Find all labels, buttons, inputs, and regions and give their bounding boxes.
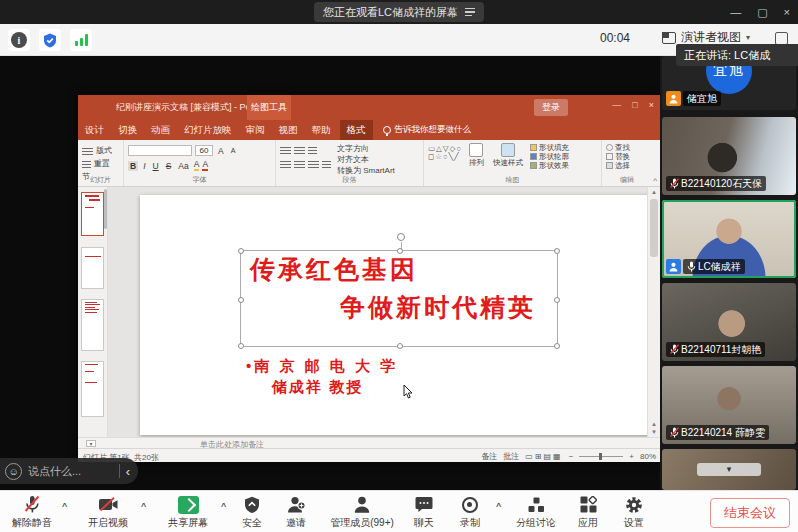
slide-thumbnail-1[interactable] bbox=[81, 192, 104, 236]
comments-toggle-button[interactable]: 批注 bbox=[503, 451, 519, 462]
participant-tile[interactable]: B22140120石天保 bbox=[662, 117, 796, 195]
align-left-icon[interactable] bbox=[280, 159, 291, 168]
network-signal-icon[interactable] bbox=[70, 29, 92, 51]
font-color-button[interactable]: A bbox=[202, 160, 208, 171]
participant-tile-active-speaker[interactable]: LC储成祥 bbox=[662, 200, 796, 278]
ribbon-collapse-chevron-icon[interactable]: ^ bbox=[653, 176, 657, 185]
chevron-left-icon[interactable]: ‹ bbox=[126, 464, 132, 479]
text-direction-button[interactable]: 文字方向 bbox=[337, 143, 395, 154]
scroll-more-chevron-icon[interactable]: ▾ bbox=[697, 463, 761, 476]
tab-transitions[interactable]: 切换 bbox=[111, 120, 144, 140]
resize-handle[interactable] bbox=[397, 343, 403, 349]
tab-review[interactable]: 审阅 bbox=[239, 120, 272, 140]
participant-tile[interactable]: B22140711封朝艳 bbox=[662, 283, 796, 361]
highlight-color-button[interactable]: A bbox=[194, 160, 200, 171]
shapes-gallery-row2[interactable]: ◻☆○╲╱ bbox=[428, 153, 462, 161]
notes-pane[interactable]: ▾ 单击此处添加备注 bbox=[78, 437, 660, 448]
scrollbar-thumb[interactable] bbox=[650, 199, 658, 257]
grow-font-button[interactable]: A bbox=[216, 146, 226, 156]
security-shield-icon[interactable] bbox=[39, 29, 61, 51]
scroll-up-icon[interactable]: ▴ bbox=[648, 188, 660, 196]
ppt-minimize-button[interactable]: — bbox=[612, 100, 621, 110]
slide-thumbnail-2[interactable] bbox=[81, 247, 104, 289]
window-minimize-button[interactable]: — bbox=[730, 6, 741, 18]
notes-splitter-handle[interactable]: ▾ bbox=[86, 440, 96, 447]
font-size-combobox[interactable]: 60 bbox=[195, 145, 213, 156]
view-mode-icons[interactable]: ▭⊞▤▦ bbox=[525, 452, 562, 461]
underline-button[interactable]: U bbox=[151, 161, 161, 171]
watching-banner[interactable]: 您正在观看LC储成祥的屏幕 bbox=[314, 2, 484, 22]
tab-view[interactable]: 视图 bbox=[272, 120, 305, 140]
reset-button[interactable]: 重置 bbox=[94, 158, 110, 169]
invite-button[interactable]: 邀请 bbox=[276, 495, 316, 530]
shrink-font-button[interactable]: A bbox=[229, 147, 238, 154]
select-button[interactable]: 选择 bbox=[606, 161, 648, 170]
ppt-close-button[interactable]: × bbox=[649, 100, 654, 110]
banner-menu-icon[interactable] bbox=[465, 8, 475, 17]
resize-handle[interactable] bbox=[554, 343, 560, 349]
notes-toggle-button[interactable]: 备注 bbox=[481, 451, 497, 462]
zoom-slider-thumb[interactable] bbox=[599, 453, 602, 460]
tab-help[interactable]: 帮助 bbox=[305, 120, 338, 140]
mic-options-chevron[interactable]: ^ bbox=[62, 501, 67, 511]
participant-tile-partial[interactable]: ▾ bbox=[662, 449, 796, 490]
font-name-combobox[interactable] bbox=[128, 145, 192, 156]
resize-handle[interactable] bbox=[554, 297, 560, 303]
indent-icon[interactable] bbox=[308, 145, 317, 154]
tab-format[interactable]: 格式 bbox=[340, 120, 373, 140]
layout-button[interactable]: 版式 bbox=[96, 145, 112, 156]
apps-button[interactable]: 应用 bbox=[568, 495, 608, 530]
line-spacing-icon[interactable] bbox=[322, 159, 331, 168]
italic-button[interactable]: I bbox=[141, 161, 147, 171]
slide-vertical-scrollbar[interactable]: ▴ ▴▾ bbox=[647, 187, 660, 437]
scroll-down-icon[interactable]: ▴▾ bbox=[648, 420, 660, 436]
shape-fill-button[interactable]: 形状填充 bbox=[530, 143, 569, 152]
participant-tile[interactable]: B22140214 薛静雯 bbox=[662, 366, 796, 444]
find-button[interactable]: 查找 bbox=[606, 143, 648, 152]
align-text-button[interactable]: 对齐文本 bbox=[337, 154, 395, 165]
resize-handle[interactable] bbox=[238, 343, 244, 349]
slide-thumbnail-4[interactable] bbox=[81, 361, 104, 417]
ppt-maximize-button[interactable]: □ bbox=[632, 100, 637, 110]
case-button[interactable]: Aa bbox=[176, 161, 190, 171]
strikethrough-button[interactable]: S bbox=[164, 161, 174, 171]
tab-design[interactable]: 设计 bbox=[78, 120, 111, 140]
bold-button[interactable]: B bbox=[128, 161, 138, 171]
quick-styles-button[interactable]: 快速样式 bbox=[491, 143, 525, 168]
thumbnail-scrollbar[interactable] bbox=[104, 189, 107, 229]
share-screen-button[interactable]: 共享屏幕 bbox=[160, 495, 216, 530]
tell-me-search[interactable]: 告诉我你想要做什么 bbox=[383, 124, 472, 136]
window-maximize-button[interactable]: ▢ bbox=[757, 6, 767, 19]
settings-button[interactable]: 设置 bbox=[614, 495, 654, 530]
start-video-button[interactable]: 开启视频 bbox=[80, 495, 136, 530]
chat-button[interactable]: 聊天 bbox=[404, 495, 444, 530]
ppt-signin-button[interactable]: 登录 bbox=[534, 99, 568, 116]
zoom-level[interactable]: 80% bbox=[640, 452, 656, 461]
chat-input-placeholder[interactable]: 说点什么... bbox=[28, 464, 113, 479]
tab-slideshow[interactable]: 幻灯片放映 bbox=[177, 120, 239, 140]
align-right-icon[interactable] bbox=[308, 159, 319, 168]
record-button[interactable]: 录制 bbox=[450, 495, 490, 530]
security-button[interactable]: 安全 bbox=[232, 495, 272, 530]
video-options-chevron[interactable]: ^ bbox=[141, 501, 146, 511]
quick-chat-bar[interactable]: ☺ 说点什么... ‹ bbox=[0, 458, 138, 484]
zoom-slider[interactable] bbox=[579, 456, 623, 457]
meeting-info-icon[interactable]: i bbox=[8, 29, 30, 51]
slide-thumbnail-3[interactable] bbox=[81, 299, 104, 351]
resize-handle[interactable] bbox=[238, 248, 244, 254]
rotate-handle[interactable] bbox=[397, 233, 405, 241]
bullets-icon[interactable] bbox=[280, 145, 291, 154]
zoom-in-button[interactable]: + bbox=[629, 452, 634, 461]
breakout-rooms-button[interactable]: 分组讨论 bbox=[508, 495, 564, 530]
share-options-chevron[interactable]: ^ bbox=[221, 501, 226, 511]
emoji-icon[interactable]: ☺ bbox=[5, 463, 22, 480]
numbering-icon[interactable] bbox=[294, 145, 305, 154]
shape-outline-button[interactable]: 形状轮廓 bbox=[530, 152, 569, 161]
arrange-button[interactable]: 排列 bbox=[467, 143, 486, 168]
window-close-button[interactable]: × bbox=[784, 6, 790, 18]
manage-members-button[interactable]: 管理成员(99+) bbox=[322, 495, 402, 530]
record-options-chevron[interactable]: ^ bbox=[496, 501, 501, 511]
zoom-out-button[interactable]: − bbox=[569, 452, 574, 461]
resize-handle[interactable] bbox=[554, 248, 560, 254]
tab-animations[interactable]: 动画 bbox=[144, 120, 177, 140]
